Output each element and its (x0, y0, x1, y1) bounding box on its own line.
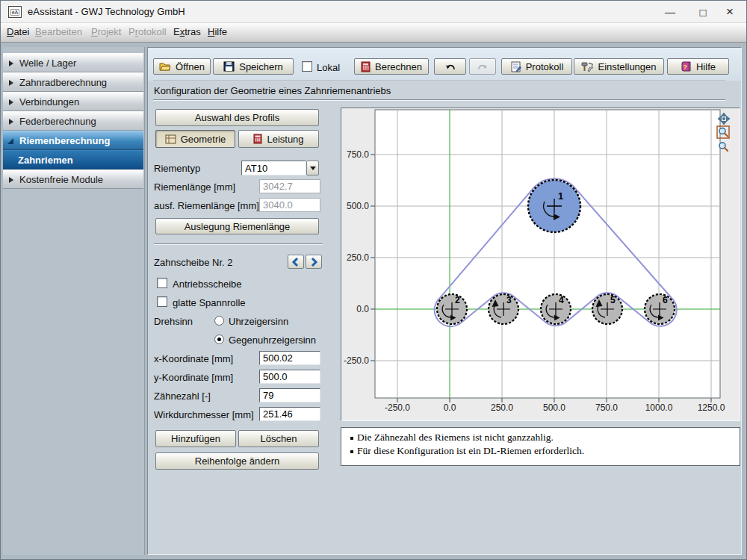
belt-type-combobox[interactable] (241, 161, 306, 175)
chevron-right-icon (309, 257, 319, 267)
chevron-right-icon (9, 80, 13, 86)
settings-button[interactable]: Einstellungen (574, 58, 664, 75)
y-tick-label: -250.0 (344, 355, 369, 366)
help-button-label: Hilfe (696, 61, 716, 72)
x-tick-label: 500.0 (543, 402, 565, 413)
delete-button[interactable]: Löschen (238, 430, 319, 447)
teeth-count-field[interactable] (259, 388, 320, 402)
add-button[interactable]: Hinzufügen (155, 430, 236, 447)
smooth-idler-checkbox[interactable] (157, 296, 167, 307)
sidebar-item-zahnradberechnung[interactable]: Zahnradberechnung (3, 72, 143, 92)
pulley-6[interactable]: 6 (645, 294, 675, 324)
y-tick-label: 750.0 (347, 149, 369, 160)
close-button[interactable]: × (715, 1, 745, 23)
y-coordinate-field[interactable] (259, 370, 320, 384)
tab-geometrie[interactable]: Geometrie (155, 130, 235, 148)
zoom-out-tool-button[interactable] (719, 143, 728, 151)
x-tick-label: 250.0 (491, 402, 513, 413)
calculate-button[interactable]: Berechnen (354, 58, 429, 75)
exec-belt-length-label: ausf. Riemenlänge [mm] (154, 200, 259, 211)
menu-item-protokoll[interactable]: Protokoll (128, 26, 167, 37)
chevron-right-icon (9, 177, 13, 183)
sidebar-item-label: Welle / Lager (19, 57, 76, 69)
protocol-button-label: Protokoll (526, 61, 564, 72)
sidebar-item-zahnriemen[interactable]: Zahnriemen (3, 150, 143, 169)
teeth-count-label: Zähnezahl [-] (154, 391, 211, 402)
drive-pulley-label: Antriebsscheibe (173, 279, 242, 290)
floppy-disk-icon (223, 61, 235, 72)
exec-belt-length-field (259, 198, 320, 212)
pulley-3[interactable]: 3 (489, 294, 518, 324)
sidebar-item-riemenberechnung[interactable]: Riemenberechnung (3, 131, 143, 150)
belt-length-design-button[interactable]: Auslegung Riemenlänge (155, 218, 319, 234)
pulley-1[interactable]: 1 (528, 180, 580, 232)
reorder-button[interactable]: Reihenfolge ändern (155, 452, 319, 470)
pulley-label: 4 (559, 295, 564, 305)
menu-item-hilfe[interactable]: Hilfe (208, 26, 227, 37)
menu-item-extras[interactable]: Extras (173, 26, 201, 37)
belt-length-label: Riemenlänge [mm] (154, 181, 235, 193)
tab-geometrie-label: Geometrie (181, 134, 226, 145)
drive-pulley-checkbox[interactable] (157, 278, 167, 288)
x-coordinate-field[interactable] (259, 351, 320, 365)
open-button[interactable]: Öffnen (153, 58, 211, 75)
tab-leistung[interactable]: Leistung (238, 130, 319, 148)
belt-type-dropdown-button[interactable] (306, 161, 319, 175)
save-button[interactable]: Speichern (213, 58, 294, 75)
open-button-label: Öffnen (176, 61, 205, 72)
calculate-button-label: Berechnen (375, 61, 422, 72)
maximize-button[interactable]: □ (688, 1, 718, 23)
protocol-button[interactable]: Protokoll (501, 58, 572, 75)
previous-pulley-button[interactable] (288, 255, 304, 269)
bullet-icon (350, 450, 353, 453)
warning-message: Für diese Konfiguration ist ein DL-Rieme… (357, 445, 584, 457)
y-tick-label: 250.0 (347, 252, 369, 263)
x-tick-label: 1000.0 (645, 402, 673, 413)
sidebar-item-welle-lager[interactable]: Welle / Lager (3, 53, 143, 72)
divider (153, 99, 725, 101)
menu-item-bearbeiten[interactable]: Bearbeiten (35, 26, 82, 37)
pulley-label: 5 (610, 295, 616, 305)
sidebar-item-label: Zahnradberechnung (19, 77, 107, 88)
app-icon: eA (8, 6, 22, 18)
chart-canvas[interactable]: 750.0 500.0 250.0 0.0 -250.0 -250.0 0.0 … (341, 108, 740, 421)
chevron-right-icon (9, 60, 13, 66)
settings-button-label: Einstellungen (598, 61, 656, 72)
menu-item-projekt[interactable]: Projekt (91, 26, 121, 37)
smooth-idler-label: glatte Spannrolle (173, 297, 246, 308)
save-button-label: Speichern (239, 61, 283, 72)
pulley-2[interactable]: 2 (437, 294, 467, 324)
effective-diameter-field[interactable] (259, 407, 320, 421)
app-window: eA eAssistant - GWJ Technology GmbH — □ … (0, 0, 747, 560)
rotation-cw-radio[interactable] (214, 316, 224, 326)
chevron-down-icon (310, 167, 316, 170)
pulley-label: 2 (455, 295, 460, 305)
redo-button[interactable] (469, 58, 496, 75)
rotation-label: Drehsinn (154, 316, 193, 327)
sidebar-item-verbindungen[interactable]: Verbindungen (3, 92, 143, 111)
local-checkbox-label: Lokal (317, 62, 340, 73)
message-panel: Die Zähnezahl des Riemens ist nicht ganz… (341, 427, 740, 466)
chevron-expanded-icon (7, 138, 13, 144)
sidebar-item-kostenfreie-module[interactable]: Kostenfreie Module (3, 169, 143, 189)
rotation-ccw-radio[interactable] (214, 335, 224, 344)
y-tick-label: 0.0 (356, 304, 369, 314)
menu-item-datei[interactable]: Datei (7, 26, 29, 37)
pulley-label: 1 (558, 190, 563, 202)
x-tick-label: 750.0 (595, 402, 618, 413)
next-pulley-button[interactable] (306, 255, 322, 269)
sidebar-item-federberechnung[interactable]: Federberechnung (3, 111, 143, 131)
profile-select-button[interactable]: Auswahl des Profils (155, 109, 319, 126)
y-coordinate-label: y-Koordinate [mm] (154, 372, 233, 383)
minimize-button[interactable]: — (655, 1, 685, 23)
effective-diameter-label: Wirkdurchmesser [mm] (154, 409, 254, 420)
local-checkbox[interactable] (302, 61, 312, 72)
divider (154, 243, 323, 245)
calculator-icon (361, 61, 371, 72)
undo-button[interactable] (434, 58, 466, 75)
pulley-label: 3 (506, 295, 512, 305)
help-button[interactable]: ? Hilfe (667, 58, 729, 75)
pulley-5[interactable]: 5 (592, 294, 622, 324)
belt-length-field (259, 179, 320, 193)
pulley-4[interactable]: 4 (541, 294, 571, 324)
